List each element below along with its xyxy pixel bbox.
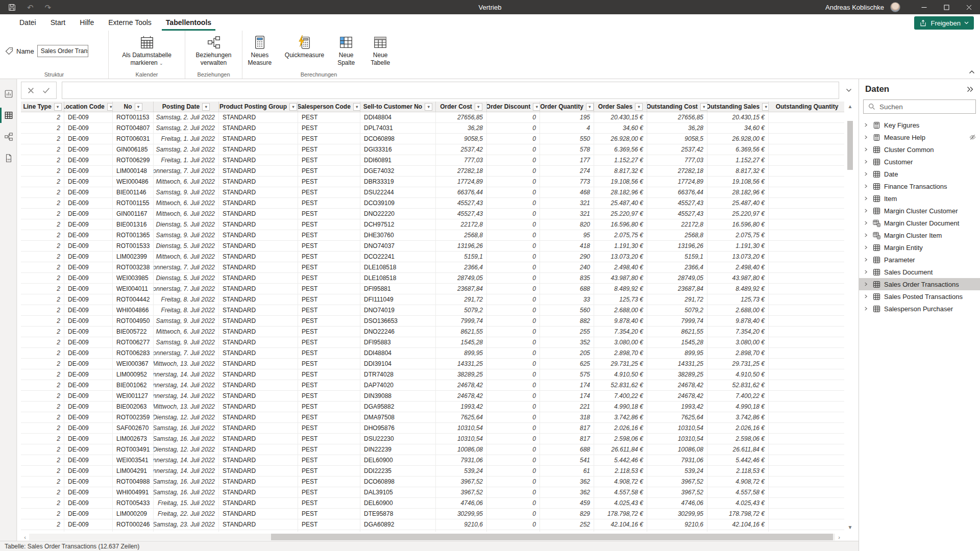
table-cell[interactable] [769,477,844,487]
table-cell[interactable]: SAF002670 [113,423,154,433]
filter-dropdown-icon[interactable]: ▾ [475,103,482,111]
table-cell[interactable]: 0 [487,530,540,532]
table-cell[interactable]: 0 [487,412,540,422]
table-cell[interactable]: 7.400,22 € [594,391,647,401]
table-cell[interactable]: DE-009 [64,252,113,262]
table-cell[interactable]: 3967,52 [647,477,707,487]
table-cell[interactable]: DNO74019 [360,305,436,315]
collapse-ribbon-icon[interactable] [969,67,975,76]
table-cell[interactable]: DGA95882 [360,402,436,412]
column-header[interactable]: Outstanding Sales▾ [707,102,769,112]
table-cell[interactable]: 2 [21,134,64,144]
table-cell[interactable]: 0 [487,187,540,197]
table-cell[interactable]: PEST [298,252,360,262]
table-cell[interactable] [769,230,844,240]
table-cell[interactable]: 95 [540,230,594,240]
table-cell[interactable]: DE-009 [64,412,113,422]
table-cell[interactable]: 28.182,96 € [594,187,647,197]
table-cell[interactable]: 0 [487,337,540,347]
table-cell[interactable]: 0 [487,348,540,358]
table-cell[interactable]: 16.596,80 € [594,219,647,230]
table-cell[interactable]: 541 [540,455,594,465]
table-cell[interactable]: 3.080,00 € [594,337,647,347]
table-cell[interactable] [769,519,844,530]
table-cell[interactable]: 0 [487,380,540,390]
table-name-input[interactable]: Sales Order Transac... [37,45,88,57]
table-cell[interactable] [769,187,844,197]
table-cell[interactable]: STANDARD [219,305,298,315]
minimize-button[interactable] [913,0,935,14]
table-cell[interactable]: 2.118,53 € [707,466,769,476]
table-cell[interactable]: PEST [298,434,360,444]
table-cell[interactable]: DSU22244 [360,187,436,197]
table-cell[interactable] [769,112,844,122]
table-cell[interactable]: BIE001146 [113,187,154,197]
table-cell[interactable]: 3.742,86 € [707,412,769,422]
table-cell[interactable]: DE-009 [64,423,113,433]
table-cell[interactable]: 178.798,72 € [707,509,769,519]
table-cell[interactable]: 321 [540,209,594,219]
save-icon[interactable] [8,4,16,11]
table-cell[interactable]: 26.611,84 € [707,444,769,455]
close-button[interactable] [958,0,980,14]
table-cell[interactable]: 4.910,50 € [707,369,769,380]
table-cell[interactable]: 0 [487,477,540,487]
table-cell[interactable]: PEST [298,155,360,165]
table-cell[interactable]: DDI48804 [360,112,436,122]
table-cell[interactable]: PEST [298,123,360,133]
table-cell[interactable]: DLE108518 [360,273,436,283]
filter-dropdown-icon[interactable]: ▾ [586,103,594,111]
table-cell[interactable]: DE-009 [64,155,113,165]
table-cell[interactable]: 2 [21,316,64,326]
table-cell[interactable]: 4.025,43 € [594,498,647,508]
table-cell[interactable]: 291,72 [436,294,487,305]
table-cell[interactable]: STANDARD [219,273,298,283]
table-cell[interactable]: ROT005433 [113,498,154,508]
table-cell[interactable]: 4.908,72 € [594,477,647,487]
table-cell[interactable]: 2.498,40 € [594,262,647,272]
table-cell[interactable]: 418 [540,241,594,251]
field-table-item[interactable]: Measure Help [859,131,980,143]
table-cell[interactable]: 27656,85 [647,112,707,122]
table-cell[interactable]: 2537,42 [436,144,487,155]
table-cell[interactable]: DGI33316 [360,144,436,155]
table-cell[interactable]: 575 [540,369,594,380]
table-cell[interactable]: DE-009 [64,359,113,369]
tab-datei[interactable]: Datei [12,14,43,31]
table-cell[interactable]: ROT001153 [113,112,154,122]
table-cell[interactable]: Samstag, 9. Juli 2022 [154,316,219,326]
chevron-right-icon[interactable] [863,147,869,152]
table-cell[interactable]: 4.990,18 € [594,402,647,412]
table-cell[interactable]: 8.817,32 € [707,166,769,176]
table-cell[interactable]: 882 [540,316,594,326]
table-cell[interactable]: DFI111049 [360,294,436,305]
table-cell[interactable]: 5079,2 [647,305,707,315]
table-cell[interactable]: STANDARD [219,187,298,197]
table-cell[interactable]: WEI003541 [113,455,154,465]
table-cell[interactable]: STANDARD [219,198,298,208]
table-cell[interactable]: 0 [487,134,540,144]
table-cell[interactable]: 2 [21,402,64,412]
table-cell[interactable]: 10310,54 [436,434,487,444]
table-cell[interactable]: 899,95 [647,348,707,358]
table-cell[interactable]: Freitag, 15. Juli 2022 [154,498,219,508]
table-cell[interactable]: LIM004291 [113,466,154,476]
tab-tabellentools[interactable]: Tabellentools [159,14,218,31]
table-cell[interactable]: PEST [298,209,360,219]
chevron-right-icon[interactable] [863,135,869,140]
table-cell[interactable]: DE-009 [64,112,113,122]
table-cell[interactable]: 26.928,00 € [594,134,647,144]
table-cell[interactable]: ROT004988 [113,477,154,487]
table-cell[interactable]: 2.026,16 € [707,423,769,433]
table-cell[interactable]: STANDARD [219,166,298,176]
table-cell[interactable]: 178.798,72 € [594,509,647,519]
table-cell[interactable]: DE-009 [64,337,113,347]
table-cell[interactable]: 205 [540,348,594,358]
table-cell[interactable]: 25.487,40 € [707,198,769,208]
table-cell[interactable]: 578 [540,144,594,155]
table-cell[interactable]: 1993,42 [647,402,707,412]
table-cell[interactable]: 17724,89 [647,177,707,187]
table-cell[interactable]: 625 [540,359,594,369]
table-cell[interactable]: STANDARD [219,262,298,272]
table-cell[interactable]: DNO22220 [360,209,436,219]
